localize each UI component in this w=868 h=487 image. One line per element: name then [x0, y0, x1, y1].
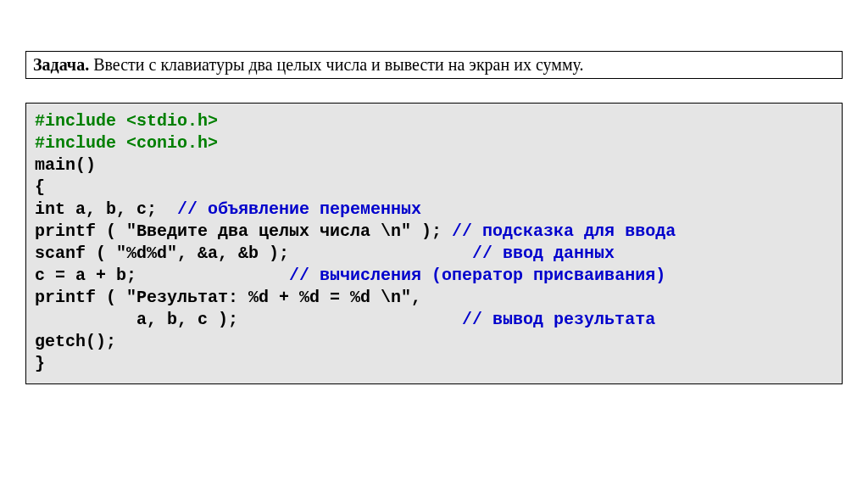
code-line-4: { [35, 177, 45, 197]
code-line-10b: // вывод результата [462, 310, 655, 329]
code-line-7b: // ввод данных [472, 244, 615, 263]
code-line-5b: // объявление переменных [177, 199, 421, 219]
code-line-6a: printf ( "Введите два целых числа \n" ); [35, 221, 452, 241]
code-line-1: #include <stdio.h> [35, 111, 218, 131]
task-label: Задача. [33, 55, 89, 74]
code-line-6b: // подсказка для ввода [452, 221, 676, 241]
task-statement: Задача. Ввести с клавиатуры два целых чи… [25, 51, 843, 79]
code-line-11a: getch(); [35, 332, 116, 351]
code-line-8b: // вычисления (оператор присваивания) [289, 266, 665, 285]
task-text: Ввести с клавиатуры два целых числа и вы… [89, 55, 583, 74]
code-line-8a: c = a + b; [35, 266, 289, 285]
code-line-3: main() [35, 155, 96, 175]
code-line-12a: } [35, 354, 45, 373]
code-line-5a: int a, b, c; [35, 199, 177, 219]
code-line-9a: printf ( "Результат: %d + %d = %d \n", [35, 288, 421, 307]
code-line-7a: scanf ( "%d%d", &a, &b ); [35, 244, 472, 263]
code-listing: #include <stdio.h> #include <conio.h> ma… [25, 103, 843, 384]
code-line-10a: a, b, c ); [35, 310, 462, 329]
code-line-2: #include <conio.h> [35, 133, 218, 153]
